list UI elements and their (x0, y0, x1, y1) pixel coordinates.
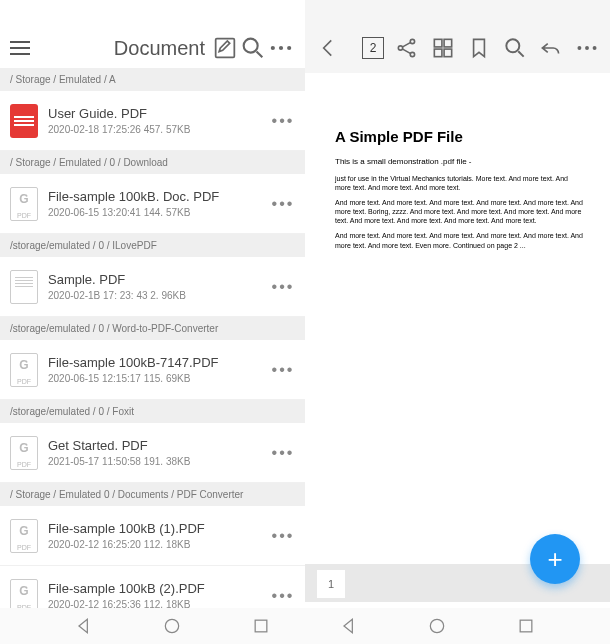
pdf-icon: GPDF (10, 436, 38, 470)
svg-point-13 (577, 46, 581, 50)
grid-icon[interactable] (430, 34, 456, 62)
file-more-icon[interactable]: ••• (271, 278, 295, 296)
file-name: File-sample 100kB (1).PDF (48, 521, 271, 536)
pdf-paragraph: And more text. And more text. And more t… (335, 198, 585, 225)
file-name: File-sample 100kB-7147.PDF (48, 355, 271, 370)
pdf-subtitle: This is a small demonstration .pdf file … (335, 157, 585, 166)
pdf-icon (10, 104, 38, 138)
file-browser-pane: Document / Storage / Emulated / A User G… (0, 0, 305, 644)
file-row[interactable]: GPDF File-sample 100kB-7147.PDF 2020-06-… (0, 340, 305, 400)
file-meta: 2020-02-18 17:25:26 457. 57KB (48, 124, 271, 135)
undo-icon[interactable] (538, 34, 564, 62)
file-name: User Guide. PDF (48, 106, 271, 121)
file-row[interactable]: GPDF Get Started. PDF 2021-05-17 11:50:5… (0, 423, 305, 483)
nav-recent-icon[interactable] (251, 616, 271, 636)
bookmark-icon[interactable] (466, 34, 492, 62)
section-header: /storage/emulated / 0 / ILovePDF (0, 234, 305, 257)
file-more-icon[interactable]: ••• (271, 361, 295, 379)
nav-back-icon[interactable] (339, 616, 359, 636)
file-name: File-sample 100kB. Doc. PDF (48, 189, 271, 204)
file-row[interactable]: GPDF File-sample 100kB. Doc. PDF 2020-06… (0, 174, 305, 234)
svg-point-7 (410, 52, 414, 56)
file-list[interactable]: / Storage / Emulated / A User Guide. PDF… (0, 68, 305, 644)
file-meta: 2020-06-15 13:20:41 144. 57KB (48, 207, 271, 218)
section-header: /storage/emulated / 0 / Word-to-PDF-Conv… (0, 317, 305, 340)
file-more-icon[interactable]: ••• (271, 112, 295, 130)
file-name: Sample. PDF (48, 272, 271, 287)
svg-point-24 (166, 619, 179, 632)
search-icon[interactable] (502, 34, 528, 62)
file-more-icon[interactable]: ••• (271, 527, 295, 545)
svg-point-2 (271, 46, 275, 50)
nav-home-icon[interactable] (162, 616, 182, 636)
svg-rect-10 (434, 49, 442, 57)
pdf-icon: GPDF (10, 187, 38, 221)
section-header: / Storage / Emulated 0 / Documents / PDF… (0, 483, 305, 506)
file-meta: 2020-02-12 16:25:20 112. 18KB (48, 539, 271, 550)
pdf-paragraph: just for use in the Virtual Mechanics tu… (335, 174, 585, 192)
svg-point-15 (593, 46, 597, 50)
right-header: 2 (305, 28, 610, 68)
svg-point-26 (431, 619, 444, 632)
section-header: /storage/emulated / 0 / Foxit (0, 400, 305, 423)
nav-recent-icon[interactable] (516, 616, 536, 636)
svg-point-12 (506, 39, 519, 52)
page-number[interactable]: 2 (362, 37, 384, 59)
file-row[interactable]: GPDF File-sample 100kB (1).PDF 2020-02-1… (0, 506, 305, 566)
pdf-title: A Simple PDF File (335, 128, 585, 145)
svg-point-3 (279, 46, 283, 50)
file-meta: 2021-05-17 11:50:58 191. 38KB (48, 456, 271, 467)
left-header: Document (0, 28, 305, 68)
pdf-paragraph: And more text. And more text. And more t… (335, 231, 585, 249)
pdf-icon: GPDF (10, 353, 38, 387)
more-icon[interactable] (267, 34, 295, 62)
file-name: Get Started. PDF (48, 438, 271, 453)
nav-home-icon[interactable] (427, 616, 447, 636)
svg-rect-27 (520, 620, 532, 632)
svg-rect-25 (255, 620, 267, 632)
file-row[interactable]: User Guide. PDF 2020-02-18 17:25:26 457.… (0, 91, 305, 151)
file-more-icon[interactable]: ••• (271, 587, 295, 605)
pdf-icon: GPDF (10, 519, 38, 553)
section-header: / Storage / Emulated / 0 / Download (0, 151, 305, 174)
svg-rect-11 (444, 49, 452, 57)
pdf-page[interactable]: A Simple PDF File This is a small demons… (305, 73, 610, 564)
share-icon[interactable] (394, 34, 420, 62)
svg-point-14 (585, 46, 589, 50)
svg-point-4 (287, 46, 291, 50)
svg-point-5 (398, 46, 402, 50)
svg-point-1 (244, 39, 258, 53)
edit-icon[interactable] (211, 34, 239, 62)
svg-point-6 (410, 39, 414, 43)
search-icon[interactable] (239, 34, 267, 62)
svg-rect-9 (444, 39, 452, 47)
file-more-icon[interactable]: ••• (271, 444, 295, 462)
file-meta: 2020-02-1B 17: 23: 43 2. 96KB (48, 290, 271, 301)
page-tab[interactable]: 1 (317, 570, 345, 598)
more-icon[interactable] (574, 34, 600, 62)
pdf-icon (10, 270, 38, 304)
section-header: / Storage / Emulated / A (0, 68, 305, 91)
add-button[interactable]: + (530, 534, 580, 584)
file-name: File-sample 100kB (2).PDF (48, 581, 271, 596)
svg-rect-8 (434, 39, 442, 47)
menu-icon[interactable] (10, 41, 30, 55)
file-row[interactable]: Sample. PDF 2020-02-1B 17: 23: 43 2. 96K… (0, 257, 305, 317)
nav-back-icon[interactable] (74, 616, 94, 636)
page-title: Document (114, 37, 205, 60)
file-meta: 2020-06-15 12:15:17 115. 69KB (48, 373, 271, 384)
system-nav (0, 608, 610, 644)
file-more-icon[interactable]: ••• (271, 195, 295, 213)
back-icon[interactable] (315, 34, 341, 62)
